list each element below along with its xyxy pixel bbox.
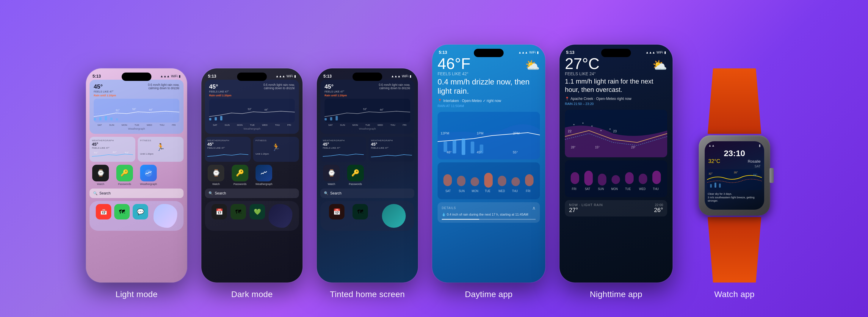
dock-calendar-tinted[interactable]: 📅 [329, 204, 344, 219]
widget-sub-wg: FEELS LIKE 47° [92, 147, 133, 149]
widget-weathergraph2-tinted[interactable]: Weathergraph 45° FEELS LIKE 47° [369, 137, 414, 162]
svg-rect-12 [209, 118, 211, 121]
app-name-weathergraph2: Weathergraph [140, 183, 157, 186]
widget-weathergraph-dark[interactable]: Weathergraph 45° FEELS LIKE 47° [205, 137, 251, 162]
app-name-passwords: Passwords [118, 183, 131, 186]
weather-desc-dark: 0.6 mm/h light rain now, calming down to… [263, 83, 295, 90]
widget-title-wg: Weathergraph [92, 139, 133, 142]
search-bar-dark[interactable]: 🔍 Search [205, 189, 299, 198]
weather-desc-tinted: 0.6 mm/h light rain now, calming down to… [379, 83, 410, 90]
svg-rect-4 [116, 118, 118, 121]
status-time-light: 5:13 [93, 74, 101, 78]
screen-content-light: 45° FEELS LIKE 47° 0.6 mm/h light rain n… [86, 80, 187, 277]
device-wrapper-watch: ▲▲ ▮ 23:10 32°C Rosalie SAT [687, 68, 782, 299]
svg-rect-18 [330, 117, 332, 121]
night-22-temp: 26° [654, 207, 663, 214]
dynamic-island-dark [237, 72, 267, 81]
location-pin-daytime: 📍 [438, 99, 442, 103]
app-icon-weathergraph[interactable] [140, 165, 157, 181]
mini-chart-dark [207, 151, 248, 159]
app-passwords-tinted[interactable]: 🔑 Passwords [346, 165, 366, 186]
weather-icon-daytime: ⛅ [525, 58, 540, 72]
daytime-temp: 46°F [438, 56, 470, 71]
signal-icon: ▲▲▲ [160, 74, 170, 78]
battery-icon-night: ▮ [664, 51, 666, 55]
app-watch-dark[interactable]: ⌚ Watch [206, 165, 226, 186]
weather-temp-dark: 45° [209, 83, 229, 90]
svg-text:35°: 35° [734, 171, 738, 174]
app-item-passwords-light[interactable]: 🔑 Passwords [115, 165, 135, 186]
svg-point-51 [610, 128, 611, 130]
widget-weathergraph-tinted[interactable]: Weathergraph 45° FEELS LIKE 47° [320, 137, 366, 162]
svg-text:22: 22 [568, 129, 571, 133]
device-wrapper-light: 5:13 ▲▲▲ WiFi ▮ 45° FEELS LIKE 47° [86, 68, 187, 299]
dock-maps[interactable]: 🗺 [114, 204, 130, 219]
weather-widget-large-dark[interactable]: 45° FEELS LIKE 47° 0.6 mm/h light rain n… [205, 80, 299, 134]
svg-text:SUN: SUN [598, 187, 604, 191]
weather-icon-night: ⛅ [652, 58, 667, 72]
widget-weathergraph-small-light[interactable]: Weathergraph 45° FEELS LIKE 47° 51° 44° … [90, 137, 135, 162]
app-weathergraph-dark[interactable]: Weathergraph [254, 165, 274, 186]
details-expand-icon[interactable]: ∧ [532, 205, 536, 211]
dynamic-island-daytime [474, 49, 504, 57]
device-wrapper-tinted: 5:13 ▲▲▲ WiFi ▮ 45° FEELS LIKE 47° 0. [317, 68, 418, 299]
dock-light: 📅 🗺 💬 [90, 201, 184, 231]
app-item-weathergraph-light[interactable]: Weathergraph [138, 165, 159, 186]
watch-day-label: SAT [705, 164, 764, 168]
dock-messages[interactable]: 💬 [133, 204, 148, 219]
svg-rect-0 [94, 118, 96, 121]
weekly-section-night: FRI SAT SUN MON TUE WED THU [565, 160, 667, 197]
svg-rect-63 [652, 171, 661, 184]
dock-maps-tinted[interactable]: 🗺 [352, 204, 368, 219]
iphone-light: 5:13 ▲▲▲ WiFi ▮ 45° FEELS LIKE 47° [86, 68, 187, 283]
svg-text:53°: 53° [125, 151, 129, 154]
watch-description: Clear sky for 3 days. 3 m/s southeastern… [705, 191, 764, 204]
details-progress [442, 219, 536, 220]
search-label-dark: Search [215, 191, 226, 195]
dock-calendar-dark[interactable]: 📅 [212, 204, 227, 219]
svg-rect-38 [512, 177, 520, 186]
device-label-light: Light mode [116, 290, 158, 299]
wifi-icon-daytime: WiFi [529, 51, 536, 54]
feels-like-tinted: FEELS LIKE 47° [324, 90, 344, 93]
device-label-daytime: Daytime app [465, 290, 513, 299]
svg-rect-71 [710, 184, 712, 188]
app-icon-watch[interactable]: ⌚ [92, 165, 109, 181]
widget-title-fit: Fitness [140, 139, 181, 142]
location-pin-night: 📍 [565, 97, 569, 101]
dock-blob-light [154, 204, 177, 228]
widget-fitness-dark[interactable]: Fitness 🏃 Until 1:20pm [253, 137, 299, 162]
device-label-tinted: Tinted home screen [330, 290, 405, 299]
dock-calendar[interactable]: 📅 [96, 204, 111, 219]
svg-text:55°: 55° [513, 151, 518, 154]
dock-maps-dark[interactable]: 🗺 [230, 204, 246, 219]
day-labels-dark: SATSUNMONTUEWEDTHUFRI [209, 124, 295, 126]
svg-rect-33 [443, 174, 452, 186]
svg-point-48 [583, 123, 584, 124]
dock-find-dark[interactable]: 💚 [250, 204, 265, 219]
search-bar-tinted[interactable]: 🔍 Search [320, 189, 414, 198]
mini-chart2-tinted [371, 151, 412, 159]
app-watch-tinted[interactable]: ⌚ Watch [321, 165, 341, 186]
search-bar-light[interactable]: 🔍 Search [90, 189, 184, 198]
weekly-section-daytime: SAT SUN MON TUE WED THU FRI [438, 162, 540, 199]
app-item-watch-light[interactable]: ⌚ Watch [91, 165, 111, 186]
weather-widget-large-light[interactable]: 45° FEELS LIKE 47° 0.6 mm/h light rain n… [90, 80, 184, 134]
svg-text:THU: THU [653, 187, 659, 191]
weather-widget-large-tinted[interactable]: 45° FEELS LIKE 47° 0.6 mm/h light rain n… [320, 80, 414, 134]
chart-area-light: 53° 51° 44° [94, 99, 179, 123]
svg-text:TUE: TUE [485, 189, 491, 193]
svg-point-50 [600, 130, 601, 131]
widget-temp-wg: 45° [92, 142, 133, 147]
svg-text:2PM: 2PM [513, 131, 520, 135]
watch-crown[interactable] [770, 168, 774, 183]
svg-point-47 [573, 124, 575, 125]
battery-icon-tinted: ▮ [410, 74, 411, 78]
app-icon-passwords[interactable]: 🔑 [116, 165, 133, 181]
app-passwords-dark[interactable]: 🔑 Passwords [230, 165, 250, 186]
details-text-daytime: 💧 0.4 inch of rain during the next 17 h,… [442, 213, 536, 217]
svg-text:53°: 53° [132, 108, 136, 110]
widget-fitness-small-light[interactable]: Fitness 🏃 Until 1:20pm [138, 137, 184, 162]
svg-text:WED: WED [498, 189, 505, 193]
svg-text:44°: 44° [113, 151, 117, 153]
